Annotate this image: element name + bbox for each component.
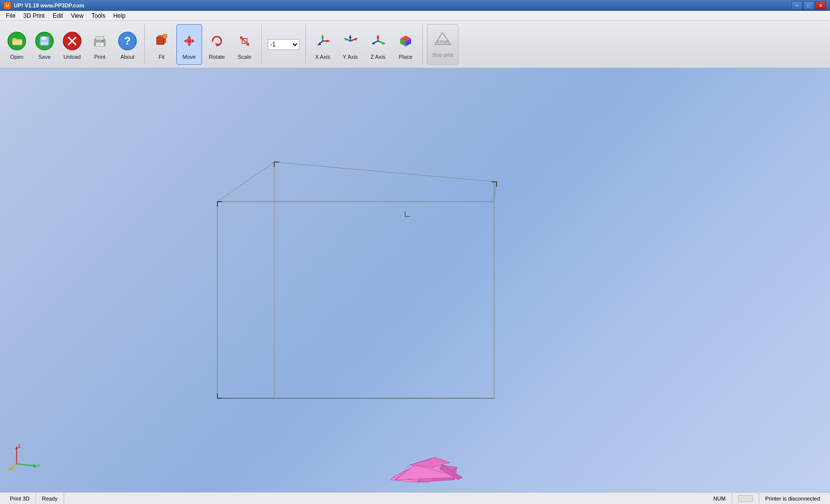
menu-file[interactable]: File bbox=[2, 11, 19, 20]
move-button[interactable]: Move bbox=[176, 24, 202, 65]
place-icon bbox=[396, 29, 415, 53]
svg-line-47 bbox=[373, 41, 378, 43]
svg-line-76 bbox=[17, 464, 36, 466]
y-axis-icon bbox=[340, 29, 360, 53]
move-icon bbox=[179, 29, 199, 53]
y-axis-label: Y Axis bbox=[343, 54, 358, 60]
open-icon bbox=[7, 29, 27, 53]
menu-3dprint[interactable]: 3D Print bbox=[19, 11, 48, 20]
svg-text:Z: Z bbox=[18, 444, 20, 449]
x-axis-label: X Axis bbox=[315, 54, 331, 60]
fit-icon bbox=[152, 29, 171, 53]
x-axis-icon bbox=[313, 29, 332, 53]
print-button[interactable]: Print bbox=[87, 24, 113, 65]
separator-4 bbox=[422, 25, 423, 64]
menu-view[interactable]: View bbox=[67, 11, 87, 20]
place-label: Place bbox=[399, 54, 413, 60]
print-label: Print bbox=[94, 54, 106, 60]
rotate-button[interactable]: Rotate bbox=[204, 24, 230, 65]
status-connection: Printer is disconnected bbox=[759, 493, 826, 504]
about-icon: ? bbox=[118, 29, 137, 53]
scale-label: Scale bbox=[238, 54, 251, 60]
unload-button[interactable]: Unload bbox=[59, 24, 85, 65]
svg-rect-20 bbox=[163, 34, 167, 38]
scale-icon bbox=[235, 29, 254, 53]
svg-text:STOP: STOP bbox=[437, 40, 449, 44]
svg-marker-22 bbox=[187, 43, 191, 46]
rotate-icon bbox=[207, 29, 227, 53]
save-label: Save bbox=[38, 54, 50, 60]
save-icon bbox=[35, 29, 54, 53]
viewport[interactable]: Z Y X bbox=[0, 68, 830, 492]
z-axis-button[interactable]: Z Axis bbox=[365, 24, 391, 65]
3d-shape bbox=[385, 440, 464, 485]
svg-rect-25 bbox=[187, 39, 191, 43]
svg-line-59 bbox=[217, 162, 274, 202]
svg-marker-42 bbox=[349, 36, 352, 38]
save-button[interactable]: Save bbox=[32, 24, 57, 65]
separator-2 bbox=[261, 25, 262, 64]
title-bar-text: UP! V1.18 www.PP3DP.com bbox=[14, 2, 84, 8]
title-bar-left: U UP! V1.18 www.PP3DP.com bbox=[4, 2, 84, 9]
value-dropdown-container: -3 -2 -1 0 1 2 3 bbox=[268, 24, 299, 65]
maximize-button[interactable]: □ bbox=[803, 1, 814, 10]
rotate-label: Rotate bbox=[209, 54, 225, 60]
svg-marker-44 bbox=[376, 36, 379, 38]
separator-1 bbox=[144, 25, 145, 64]
svg-marker-21 bbox=[187, 36, 191, 39]
open-label: Open bbox=[10, 54, 24, 60]
svg-line-58 bbox=[274, 162, 497, 182]
place-button[interactable]: Place bbox=[393, 24, 418, 65]
svg-point-12 bbox=[102, 40, 104, 42]
about-label: About bbox=[121, 54, 135, 60]
x-axis-button[interactable]: X Axis bbox=[310, 24, 335, 65]
svg-marker-34 bbox=[321, 36, 324, 38]
status-bar: Print 3D Ready NUM Printer is disconnect… bbox=[0, 492, 830, 504]
svg-text:X: X bbox=[8, 467, 11, 472]
unload-label: Unload bbox=[64, 54, 81, 60]
stop-print-button[interactable]: STOP Stop print bbox=[427, 24, 458, 65]
svg-rect-10 bbox=[96, 37, 104, 40]
svg-marker-32 bbox=[327, 40, 329, 42]
z-axis-icon bbox=[368, 29, 388, 53]
separator-3 bbox=[305, 25, 306, 64]
close-button[interactable]: ✕ bbox=[815, 1, 826, 10]
z-axis-label: Z Axis bbox=[371, 54, 385, 60]
open-button[interactable]: Open bbox=[4, 24, 30, 65]
svg-rect-11 bbox=[96, 42, 104, 46]
fit-label: Fit bbox=[159, 54, 165, 60]
svg-rect-17 bbox=[157, 38, 164, 44]
status-ready: Ready bbox=[36, 493, 64, 504]
coordinate-axes: Z Y X bbox=[7, 443, 47, 472]
fit-button[interactable]: Fit bbox=[149, 24, 174, 65]
stop-print-label: Stop print bbox=[432, 52, 454, 58]
menu-bar: File 3D Print Edit View Tools Help bbox=[0, 11, 830, 21]
svg-text:?: ? bbox=[124, 35, 130, 47]
svg-marker-23 bbox=[184, 39, 187, 43]
app-icon: U bbox=[4, 2, 11, 9]
status-print3d: Print 3D bbox=[4, 493, 36, 504]
menu-tools[interactable]: Tools bbox=[87, 11, 109, 20]
stop-icon: STOP bbox=[433, 31, 453, 50]
title-bar-controls: ─ □ ✕ bbox=[791, 1, 826, 10]
svg-rect-3 bbox=[42, 37, 46, 40]
svg-text:Y: Y bbox=[37, 463, 40, 468]
svg-marker-77 bbox=[34, 464, 37, 468]
move-label: Move bbox=[183, 54, 196, 60]
minimize-button[interactable]: ─ bbox=[791, 1, 802, 10]
unload-icon bbox=[62, 29, 82, 53]
svg-rect-5 bbox=[42, 42, 47, 44]
status-empty bbox=[732, 493, 759, 504]
menu-help[interactable]: Help bbox=[109, 11, 129, 20]
print-icon bbox=[90, 29, 110, 53]
wireframe-svg bbox=[0, 68, 830, 492]
about-button[interactable]: ? About bbox=[115, 24, 140, 65]
title-bar: U UP! V1.18 www.PP3DP.com ─ □ ✕ bbox=[0, 0, 830, 11]
scale-button[interactable]: Scale bbox=[232, 24, 257, 65]
menu-edit[interactable]: Edit bbox=[49, 11, 67, 20]
y-axis-button[interactable]: Y Axis bbox=[337, 24, 363, 65]
svg-marker-24 bbox=[192, 39, 195, 43]
value-dropdown[interactable]: -3 -2 -1 0 1 2 3 bbox=[268, 39, 299, 50]
status-num: NUM bbox=[707, 493, 732, 504]
toolbar: Open Save Unload bbox=[0, 21, 830, 68]
